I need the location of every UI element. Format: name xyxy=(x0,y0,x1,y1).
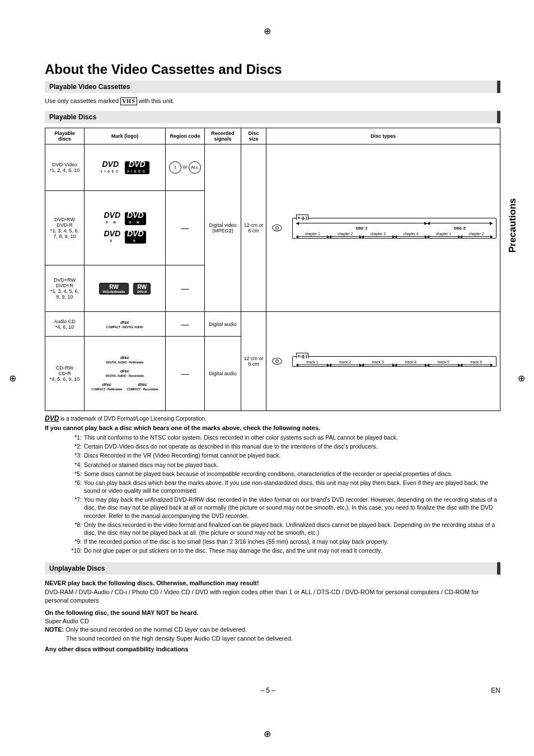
text: track 3 xyxy=(372,360,384,364)
cell-region: — xyxy=(166,337,205,411)
text: DVD+RW xyxy=(48,277,82,283)
text: or xyxy=(182,164,187,170)
note-body: Certain DVD-Video discs do not operate a… xyxy=(84,442,500,450)
th-types: Disc types xyxy=(266,128,500,144)
registration-mark-icon: ⊕ xyxy=(264,729,271,739)
cell-logo: RWDVD+ReWritable RWDVD+R xyxy=(85,265,166,312)
region-globe-all-icon: ALL xyxy=(189,161,201,174)
note-body: Discs Recorded in the VR (Video Recordin… xyxy=(84,451,500,459)
text: chapter 2 xyxy=(460,232,493,236)
note-marker: *10: xyxy=(65,547,84,554)
text: DVD-R xyxy=(48,222,82,228)
dvd-logo-icon: DVDVIDEO xyxy=(125,161,149,174)
table-row: Audio CD *4, 6, 10 discCOMPACT · DIGITAL… xyxy=(45,312,500,337)
cell-disc-types-diagram: e.g.) title 1 title 2 xyxy=(266,144,500,312)
text: DVD-Video xyxy=(48,162,82,167)
page-number: – 5 – xyxy=(45,687,491,694)
cell-disc-name: DVD+RW DVD+R *1, 3, 4, 5, 6, 8, 9, 10 xyxy=(45,265,85,312)
cell-disc-name: CD-RW CD-R *4, 5, 6, 9, 10 xyxy=(45,337,85,411)
text: track 1 xyxy=(307,360,318,364)
cell-size: 12 cm or 8 cm xyxy=(241,312,266,411)
cd-r-logo-icon: discCOMPACT · Recordable xyxy=(127,382,158,391)
text: with this unit. xyxy=(139,97,175,104)
dvd-rw-logo-icon: DVDR W xyxy=(125,212,146,225)
note-body: You may play back the unfinalized DVD-R/… xyxy=(84,496,500,520)
table-row: DVD-Video *1, 2, 4, 6, 10 DVDVIDEO DVDVI… xyxy=(45,144,500,191)
text: DVD+R xyxy=(48,283,82,288)
text: Only the sound recorded on the normal CD… xyxy=(65,626,246,633)
cassettes-intro: Use only cassettes marked VHS with this … xyxy=(45,97,500,105)
note-item: *4:Scratched or stained discs may not be… xyxy=(65,461,500,469)
note-item: *2:Certain DVD-Video discs do not operat… xyxy=(65,442,500,450)
section-playable-cassettes: Playable Video Cassettes xyxy=(45,81,500,93)
trademark-line: DVD is a trademark of DVD Format/Logo Li… xyxy=(45,414,500,422)
unplayable-body: NEVER play back the following discs. Oth… xyxy=(45,579,500,654)
page-footer: – 5 – EN xyxy=(45,687,500,694)
cell-logo: discCOMPACT · DIGITAL AUDIO xyxy=(85,312,166,337)
region-globe-icon: 1 xyxy=(169,161,181,174)
note-marker: *1: xyxy=(65,433,84,441)
text: *1, 3, 4, 5, 6, 8, 9, 10 xyxy=(48,288,82,300)
text: *1, 2, 4, 6, 10 xyxy=(48,167,82,173)
note-body: Scratched or stained discs may not be pl… xyxy=(84,461,500,469)
section-unplayable-discs: Unplayable Discs xyxy=(45,562,500,575)
cell-logo: discDIGITAL AUDIO · ReWritable discDIGIT… xyxy=(85,337,166,411)
note-body: This unit conforms to the NTSC color sys… xyxy=(84,433,500,441)
disc-icon xyxy=(272,225,282,231)
cell-region: — xyxy=(166,265,205,312)
text: track 4 xyxy=(405,360,416,364)
th-signals: Recorded signals xyxy=(205,128,241,144)
note-item: *1:This unit conforms to the NTSC color … xyxy=(65,433,500,441)
cd-rw-logo-icon: discDIGITAL AUDIO · ReWritable xyxy=(106,356,143,365)
cell-disc-types-diagram: e.g.) track 1 track 2 track 3 track 4 tr… xyxy=(266,312,500,411)
text: DVD-RW xyxy=(48,217,82,222)
dvd-rw-logo-icon: DVDR W xyxy=(104,212,120,225)
note-marker: *8: xyxy=(65,521,84,536)
dvd-logo-icon: DVD xyxy=(45,414,59,422)
cd-r-logo-icon: discDIGITAL AUDIO · Recordable xyxy=(106,369,144,378)
cell-signals: Digital audio xyxy=(205,312,241,337)
cell-signals: Digital video (MPEG2) xyxy=(205,144,241,312)
lang-code: EN xyxy=(491,687,500,694)
note-body: Some discs cannot be played back because… xyxy=(84,470,500,478)
dash-icon: — xyxy=(181,320,189,329)
cell-logo: DVDR W DVDR W DVDR DVDR xyxy=(85,191,166,265)
cell-region: — xyxy=(166,312,205,337)
cell-disc-name: DVD-Video *1, 2, 4, 6, 10 xyxy=(45,144,85,191)
th-logo: Mark (logo) xyxy=(85,128,166,144)
eg-label: e.g.) xyxy=(296,353,308,358)
dash-icon: — xyxy=(181,369,189,378)
cell-signals: Digital audio xyxy=(205,337,241,411)
dvd-plus-r-logo-icon: RWDVD+R xyxy=(133,283,151,295)
dash-icon: — xyxy=(181,223,189,232)
note-item: *10:Do not glue paper or put stickers on… xyxy=(65,547,500,554)
note-marker: *3: xyxy=(65,451,84,459)
note-body: Do not glue paper or put stickers on to … xyxy=(84,547,500,554)
cell-region: 1 or ALL xyxy=(166,144,205,191)
dvd-r-logo-icon: DVDR xyxy=(104,231,120,244)
text: CD-RW xyxy=(48,365,82,371)
dvd-plus-rw-logo-icon: RWDVD+ReWritable xyxy=(99,283,129,295)
cell-size: 12 cm or 8 cm xyxy=(241,144,266,312)
notes-list: *1:This unit conforms to the NTSC color … xyxy=(45,433,500,554)
disc-icon xyxy=(272,358,282,365)
note-marker: *7: xyxy=(65,496,84,520)
unplayable-list: DVD-RAM / DVD-Audio / CD-i / Photo CD / … xyxy=(45,588,500,605)
text: chapter 4 xyxy=(395,232,428,236)
text: is a trademark of DVD Format/Logo Licens… xyxy=(60,416,207,422)
eg-label: e.g.) xyxy=(296,214,308,220)
th-playable: Playable discs xyxy=(45,128,85,144)
note-marker: *4: xyxy=(65,461,84,469)
other-discs: Any other discs without compatibility in… xyxy=(45,645,500,654)
note-marker: *5: xyxy=(65,470,84,478)
text: *4, 5, 6, 9, 10 xyxy=(48,376,82,382)
playable-discs-table: Playable discs Mark (logo) Region code R… xyxy=(45,128,500,411)
note-item: *5:Some discs cannot be played back beca… xyxy=(65,470,500,478)
sound-heading: On the following disc, the sound MAY NOT… xyxy=(45,609,500,617)
cell-logo: DVDVIDEO DVDVIDEO xyxy=(85,144,166,191)
note-item: *6:You can play back discs which bear th… xyxy=(65,479,500,494)
notes-heading: If you cannot play back a disc which bea… xyxy=(45,424,500,431)
note-item: *9:If the recorded portion of the disc i… xyxy=(65,538,500,545)
text: track 5 xyxy=(438,360,449,364)
note-item: *8:Only the discs recorded in the video … xyxy=(65,521,500,536)
